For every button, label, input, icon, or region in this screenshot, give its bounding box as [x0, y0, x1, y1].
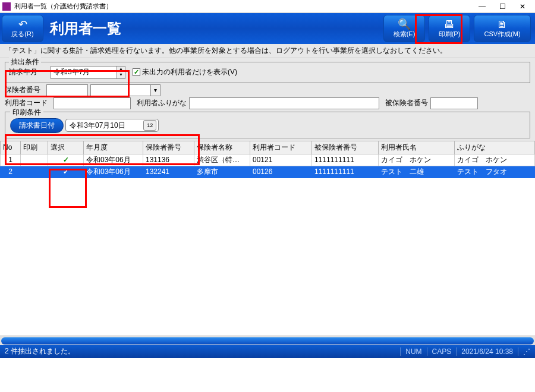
chevron-down-icon[interactable]: ▾	[150, 85, 160, 96]
status-datetime: 2021/6/24 10:38	[456, 347, 518, 356]
csv-label: CSV作成(M)	[484, 30, 520, 39]
status-message: 2 件抽出されました。	[0, 346, 400, 356]
bill-date-label-button[interactable]: 請求書日付	[10, 118, 64, 133]
col-insurer-name[interactable]: 保険者名称	[194, 141, 250, 154]
cell-print	[21, 166, 48, 178]
insured-no-label: 被保険者番号	[385, 98, 428, 108]
status-bar: 2 件抽出されました。 NUM CAPS 2021/6/24 10:38 ⋰	[0, 345, 535, 358]
status-num: NUM	[400, 347, 426, 356]
cell-ym: 令和03年06月	[84, 166, 143, 178]
extract-fieldset: 抽出条件 請求年月 ▲▼ ✓ 未出力の利用者だけを表示(V) 保険者番号 ▾	[5, 62, 530, 138]
billing-ym-field[interactable]	[51, 67, 117, 78]
cell-furigana: カイゴ ホケン	[455, 154, 535, 166]
user-kana-input[interactable]	[189, 97, 379, 109]
status-grip-icon: ⋰	[518, 347, 535, 356]
col-no[interactable]: No	[1, 141, 21, 154]
back-button[interactable]: ↶ 戻る(R)	[2, 15, 43, 42]
cell-no: 1	[1, 154, 21, 166]
titlebar: 利用者一覧（介護給付費請求書） ― ☐ ✕	[0, 0, 535, 13]
scrollbar-thumb[interactable]	[1, 337, 534, 344]
insurer-name-input[interactable]	[91, 85, 150, 96]
cell-print	[21, 154, 48, 166]
insurer-name-combo[interactable]: ▾	[90, 84, 160, 96]
extract-legend: 抽出条件	[9, 57, 41, 67]
col-select[interactable]: 選択	[48, 141, 84, 154]
back-icon: ↶	[18, 19, 27, 30]
minimize-button[interactable]: ―	[472, 1, 492, 12]
user-code-label: 利用者コード	[5, 98, 51, 108]
print-legend: 印刷条件	[10, 108, 43, 118]
toolbar: ↶ 戻る(R) 利用者一覧 🔍 検索(E) 🖶 印刷(P) 🗎 CSV作成(M)	[0, 13, 535, 44]
description-text: 「テスト」に関する集計・請求処理を行ないます。他の事業所を対象とする場合は、ログ…	[0, 44, 535, 58]
billing-ym-input[interactable]: ▲▼	[51, 66, 125, 79]
cell-insurer-no: 132241	[143, 166, 194, 178]
check-icon: ✓	[133, 68, 140, 76]
printer-icon: 🖶	[444, 19, 455, 30]
search-icon: 🔍	[398, 19, 411, 30]
cell-user-name: テスト 二雄	[379, 166, 455, 178]
page-title: 利用者一覧	[45, 13, 382, 44]
cell-select-checkbox[interactable]: ✓	[48, 154, 84, 166]
col-insurer-no[interactable]: 保険者番号	[143, 141, 194, 154]
cell-user-name: カイゴ ホケン	[379, 154, 455, 166]
billing-ym-label: 請求年月	[9, 67, 48, 77]
filter-panel: 抽出条件 請求年月 ▲▼ ✓ 未出力の利用者だけを表示(V) 保険者番号 ▾	[0, 58, 535, 141]
cell-insured-no: 1111111111	[312, 166, 379, 178]
col-furigana[interactable]: ふりがな	[455, 141, 535, 154]
col-ym[interactable]: 年月度	[84, 141, 143, 154]
print-condition-fieldset: 印刷条件 請求書日付 12	[5, 112, 530, 138]
user-code-input[interactable]	[54, 97, 131, 109]
insured-no-input[interactable]	[430, 97, 478, 109]
print-label: 印刷(P)	[439, 30, 461, 39]
cell-furigana: テスト フタオ	[455, 166, 535, 178]
unprinted-only-label: 未出力の利用者だけを表示(V)	[142, 67, 237, 77]
cell-insurer-no: 131136	[143, 154, 194, 166]
user-kana-label: 利用者ふりがな	[137, 98, 187, 108]
csv-button[interactable]: 🗎 CSV作成(M)	[474, 15, 531, 42]
cell-ym: 令和03年06月	[84, 154, 143, 166]
spinner-buttons[interactable]: ▲▼	[117, 67, 125, 78]
grid-area: No 印刷 選択 年月度 保険者番号 保険者名称 利用者コード 被保険者番号 利…	[0, 141, 535, 336]
bill-date-input-wrap[interactable]: 12	[65, 119, 159, 132]
calendar-icon[interactable]: 12	[143, 120, 156, 131]
print-button[interactable]: 🖶 印刷(P)	[429, 15, 470, 42]
cell-select-checkbox[interactable]: ✓	[48, 166, 84, 178]
cell-insured-no: 1111111111	[312, 154, 379, 166]
table-header-row: No 印刷 選択 年月度 保険者番号 保険者名称 利用者コード 被保険者番号 利…	[1, 141, 535, 154]
col-user-name[interactable]: 利用者氏名	[379, 141, 455, 154]
window-title: 利用者一覧（介護給付費請求書）	[14, 2, 472, 11]
maximize-button[interactable]: ☐	[492, 1, 512, 12]
search-button[interactable]: 🔍 検索(E)	[383, 15, 425, 42]
col-insured-no[interactable]: 被保険者番号	[312, 141, 379, 154]
back-label: 戻る(R)	[11, 30, 33, 39]
unprinted-only-checkbox[interactable]: ✓ 未出力の利用者だけを表示(V)	[133, 67, 237, 77]
col-print[interactable]: 印刷	[21, 141, 48, 154]
insurer-no-input[interactable]	[46, 84, 88, 96]
table-row[interactable]: 2 ✓ 令和03年06月 132241 多摩市 00126 1111111111…	[1, 166, 535, 178]
insurer-no-label: 保険者番号	[5, 85, 44, 95]
cell-insurer-name: 渋谷区（特…	[194, 154, 250, 166]
cell-user-code: 00126	[250, 166, 312, 178]
export-icon: 🗎	[497, 19, 508, 30]
horizontal-scrollbar[interactable]	[0, 336, 535, 345]
table-row[interactable]: 1 ✓ 令和03年06月 131136 渋谷区（特… 00121 1111111…	[1, 154, 535, 166]
status-caps: CAPS	[427, 347, 457, 356]
col-user-code[interactable]: 利用者コード	[250, 141, 312, 154]
bill-date-input[interactable]	[66, 121, 143, 129]
cell-user-code: 00121	[250, 154, 312, 166]
cell-insurer-name: 多摩市	[194, 166, 250, 178]
user-table[interactable]: No 印刷 選択 年月度 保険者番号 保険者名称 利用者コード 被保険者番号 利…	[0, 141, 535, 178]
close-button[interactable]: ✕	[512, 1, 533, 12]
app-icon	[2, 2, 11, 11]
search-label: 検索(E)	[394, 30, 416, 39]
cell-no: 2	[1, 166, 21, 178]
